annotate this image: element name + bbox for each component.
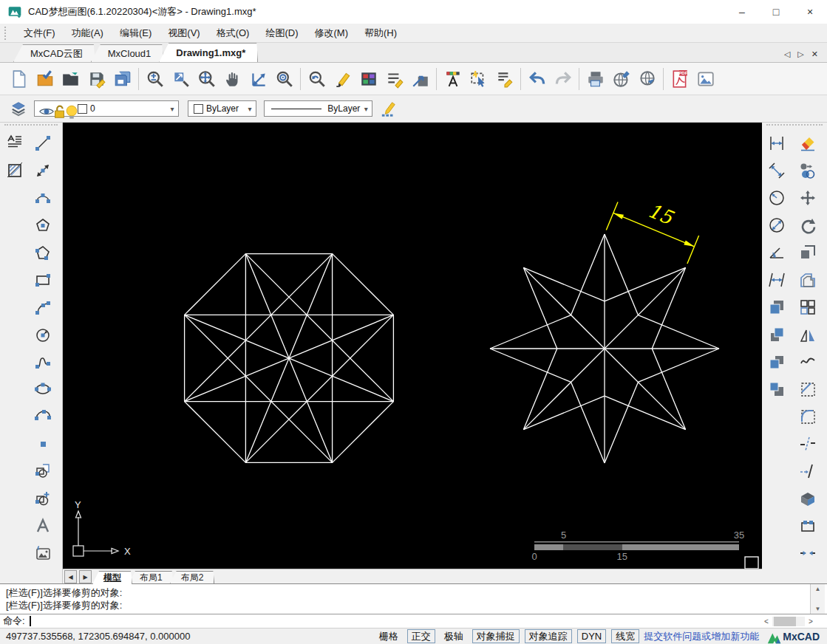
explode-button[interactable] <box>796 487 820 510</box>
save-all-button[interactable] <box>109 66 135 92</box>
command-history-scrollbar[interactable]: ▲ ▼ <box>810 584 825 614</box>
doc-tab-MxCloud1[interactable]: MxCloud1 <box>91 44 164 62</box>
scrollbar-track[interactable] <box>772 617 805 626</box>
arc-polyline-button[interactable] <box>31 295 55 319</box>
circle-button[interactable] <box>31 323 55 346</box>
drawing-canvas[interactable]: 15535015YX <box>63 123 762 569</box>
linetype-settings-button[interactable] <box>381 66 407 92</box>
diameter-dimension-button[interactable] <box>765 213 789 237</box>
redo-button[interactable] <box>550 66 576 92</box>
property-brush-button[interactable] <box>491 66 517 92</box>
angular-dimension-button[interactable] <box>765 241 789 264</box>
draw-order-above-button[interactable] <box>765 323 789 346</box>
scrollbar-thumb[interactable] <box>774 617 796 626</box>
image-button[interactable] <box>31 541 55 565</box>
linear-dimension-button[interactable] <box>765 131 789 155</box>
eight-point-star[interactable] <box>490 234 719 463</box>
polygon-button[interactable] <box>31 213 55 237</box>
toggle-栅格[interactable]: 栅格 <box>375 630 402 643</box>
scroll-tabs-left-icon[interactable]: ◁ <box>784 49 790 59</box>
layer-select[interactable]: 0 ▾ <box>34 100 179 117</box>
erase-button[interactable] <box>796 131 820 155</box>
toggle-极轴[interactable]: 极轴 <box>440 630 467 643</box>
polyline-edit-button[interactable] <box>796 350 820 374</box>
layer-manager-button[interactable] <box>6 97 31 120</box>
model-tabs-prev-button[interactable]: ◀ <box>64 570 77 583</box>
copy-button[interactable] <box>765 295 789 319</box>
break-at-point-button[interactable] <box>796 459 820 483</box>
print-button[interactable] <box>582 66 608 92</box>
scale-button[interactable] <box>796 241 820 264</box>
model-tabs-next-button[interactable]: ▶ <box>79 570 92 583</box>
hatch-button[interactable] <box>3 159 27 182</box>
zoom-center-button[interactable] <box>271 66 297 92</box>
zoom-window-button[interactable] <box>168 66 194 92</box>
web-publish-button[interactable] <box>608 66 634 92</box>
scroll-up-icon[interactable]: ▲ <box>815 586 821 592</box>
save-button[interactable] <box>84 66 109 92</box>
scroll-right-icon[interactable]: > <box>805 617 817 626</box>
layout-tab-布局2[interactable]: 布局2 <box>170 571 215 584</box>
scroll-down-icon[interactable]: ▼ <box>815 606 821 612</box>
toggle-线宽[interactable]: 线宽 <box>611 629 639 643</box>
menu-修改M[interactable]: 修改(M) <box>306 24 356 42</box>
mirror-button[interactable] <box>796 323 820 346</box>
draw-order-front-button[interactable] <box>765 350 789 374</box>
new-button[interactable] <box>6 66 32 92</box>
color-palette-button[interactable] <box>355 66 381 92</box>
zoom-previous-button[interactable] <box>304 66 330 92</box>
layout-tab-布局1[interactable]: 布局1 <box>129 571 174 584</box>
doc-tab-Drawing1.mxg*[interactable]: Drawing1.mxg* <box>159 43 258 62</box>
rotate-button[interactable] <box>796 213 820 237</box>
menu-绘图D[interactable]: 绘图(D) <box>257 24 306 42</box>
color-select[interactable]: ByLayer ▾ <box>188 100 256 117</box>
zoom-dynamic-button[interactable] <box>194 66 219 92</box>
toggle-DYN[interactable]: DYN <box>577 629 606 643</box>
point-button[interactable] <box>31 432 55 456</box>
dimension-15[interactable]: 15 <box>606 199 698 264</box>
radius-dimension-button[interactable] <box>765 186 789 210</box>
menu-功能A[interactable]: 功能(A) <box>64 24 112 42</box>
text-style-button[interactable] <box>440 66 466 92</box>
menu-文件F[interactable]: 文件(F) <box>16 24 64 42</box>
layout-tab-模型[interactable]: 模型 <box>92 571 132 584</box>
move-button[interactable] <box>796 186 820 210</box>
polyline-button[interactable] <box>31 241 55 264</box>
create-block-button[interactable] <box>31 487 55 510</box>
array-button[interactable] <box>796 295 820 319</box>
menu-编辑E[interactable]: 编辑(E) <box>112 24 160 42</box>
quick-draw-button[interactable] <box>330 66 355 92</box>
menu-视图V[interactable]: 视图(V) <box>160 24 208 42</box>
continue-dimension-button[interactable] <box>765 268 789 292</box>
insert-block-button[interactable] <box>31 459 55 483</box>
break-button[interactable] <box>796 432 820 456</box>
zoom-in-out-button[interactable] <box>142 66 168 92</box>
close-tab-icon[interactable]: ✕ <box>811 49 818 59</box>
aligned-dimension-button[interactable] <box>765 159 789 182</box>
construction-line-button[interactable] <box>31 159 55 182</box>
scroll-left-icon[interactable]: < <box>760 617 772 626</box>
scroll-tabs-right-icon[interactable]: ▷ <box>797 49 803 59</box>
pdf-export-button[interactable]: PDF <box>667 66 692 92</box>
arc-button[interactable] <box>31 186 55 210</box>
zoom-extents-button[interactable] <box>245 66 271 92</box>
ellipse-button[interactable] <box>31 377 55 401</box>
pan-button[interactable] <box>219 66 245 92</box>
doc-tab-MxCAD云图[interactable]: MxCAD云图 <box>13 44 95 62</box>
command-history[interactable]: [栏选(F)]选择要修剪的对象:[栏选(F)]选择要修剪的对象: <box>0 583 827 614</box>
feedback-link[interactable]: 提交软件问题或增加新功能 <box>644 630 759 643</box>
draw-order-back-button[interactable] <box>765 377 789 401</box>
menu-帮助H[interactable]: 帮助(H) <box>356 24 405 42</box>
toggle-对象追踪[interactable]: 对象追踪 <box>525 629 572 643</box>
minimize-button[interactable]: – <box>725 0 759 24</box>
mtext-button[interactable] <box>3 131 27 155</box>
offset-button[interactable] <box>796 268 820 292</box>
toggle-对象捕捉[interactable]: 对象捕捉 <box>472 629 520 643</box>
image-export-button[interactable] <box>692 66 718 92</box>
toggle-正交[interactable]: 正交 <box>407 629 435 643</box>
elliptical-arc-button[interactable] <box>31 405 55 428</box>
open-cloud-button[interactable] <box>32 66 58 92</box>
command-input-scrollbar[interactable]: < > <box>760 616 817 627</box>
lineweight-settings-button[interactable] <box>407 66 433 92</box>
chamfer-button[interactable] <box>796 377 820 401</box>
